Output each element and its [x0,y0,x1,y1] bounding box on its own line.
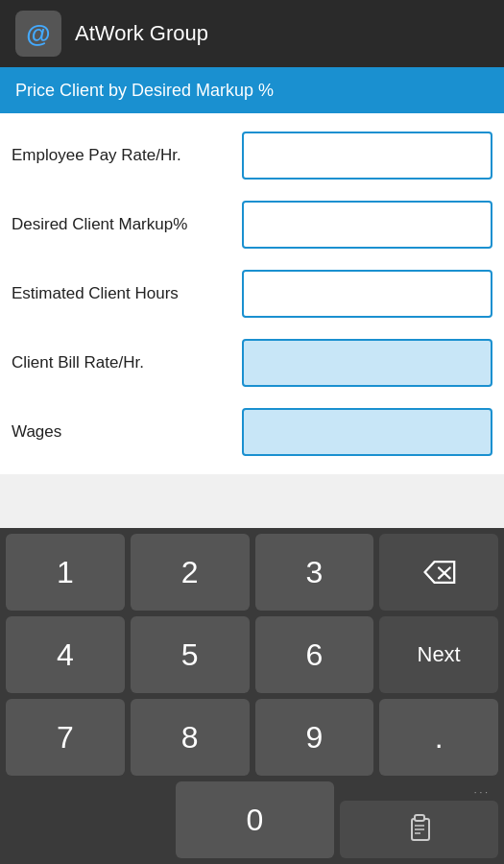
keyboard-row-3: 7 8 9 . [6,699,498,776]
keyboard-row-1: 1 2 3 [6,534,498,611]
key-4[interactable]: 4 [6,616,125,693]
form-row-employee-pay-rate: Employee Pay Rate/Hr. [0,121,504,190]
key-next[interactable]: Next [379,616,498,693]
key-1[interactable]: 1 [6,534,125,611]
form-row-desired-client-markup: Desired Client Markup% [0,190,504,259]
key-clipboard[interactable] [340,801,498,858]
label-desired-client-markup: Desired Client Markup% [12,215,242,234]
input-estimated-client-hours[interactable] [242,270,492,318]
label-employee-pay-rate: Employee Pay Rate/Hr. [12,146,242,165]
key-3[interactable]: 3 [255,534,374,611]
key-0[interactable]: 0 [176,781,334,858]
app-title: AtWork Group [75,21,208,46]
form-row-client-bill-rate: Client Bill Rate/Hr. [0,328,504,397]
key-2[interactable]: 2 [131,534,250,611]
key-6[interactable]: 6 [255,616,374,693]
label-wages: Wages [12,422,242,442]
keyboard-row-4: 0 ··· [6,781,498,858]
clipboard-icon [404,811,435,849]
key-dot[interactable]: . [379,699,498,776]
app-header: @ AtWork Group [0,0,504,67]
label-estimated-client-hours: Estimated Client Hours [12,284,242,303]
form-row-estimated-client-hours: Estimated Client Hours [0,259,504,328]
page-subtitle: Price Client by Desired Markup % [15,81,274,101]
input-wages[interactable] [242,408,492,456]
app-logo: @ [15,11,61,57]
input-employee-pay-rate[interactable] [242,132,492,180]
label-client-bill-rate: Client Bill Rate/Hr. [12,353,242,372]
keyboard-row-2: 4 5 6 Next [6,616,498,693]
input-desired-client-markup[interactable] [242,201,492,249]
form-area: Employee Pay Rate/Hr. Desired Client Mar… [0,113,504,474]
key-8[interactable]: 8 [131,699,250,776]
svg-rect-3 [415,815,424,821]
numeric-keyboard: 1 2 3 4 5 6 Next 7 8 9 . [0,528,504,864]
input-client-bill-rate[interactable] [242,339,492,387]
key-9[interactable]: 9 [255,699,374,776]
page-subtitle-bar: Price Client by Desired Markup % [0,67,504,113]
form-row-wages: Wages [0,397,504,467]
settings-dots-icon: ··· [474,787,491,801]
key-7[interactable]: 7 [6,699,125,776]
key-5[interactable]: 5 [131,616,250,693]
key-backspace[interactable] [379,534,498,611]
keyboard-settings-area [6,781,170,858]
